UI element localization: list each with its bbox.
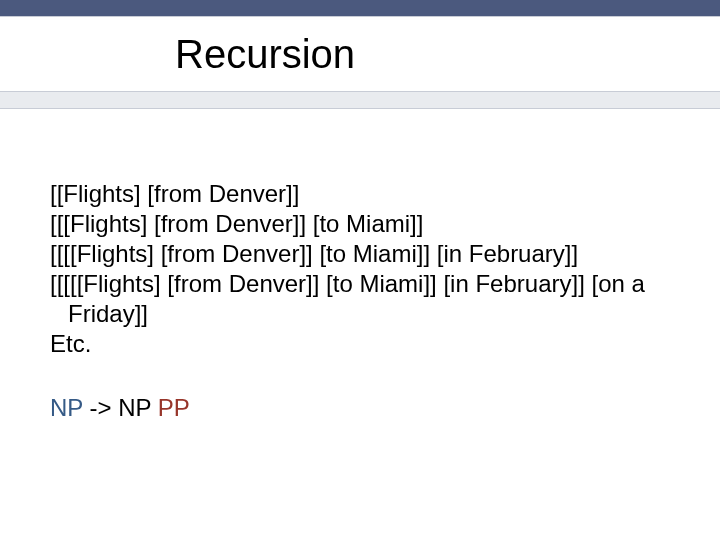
rule-rhs-pp: PP	[158, 394, 190, 421]
title-bar-top	[0, 0, 720, 17]
example-line: Etc.	[50, 329, 670, 359]
example-line: [[[Flights] [from Denver]] [to Miami]]	[50, 209, 670, 239]
example-line: [[[[Flights] [from Denver]] [to Miami]] …	[50, 239, 670, 269]
slide-content: [[Flights] [from Denver]] [[[Flights] [f…	[0, 109, 720, 423]
grammar-rule: NP -> NP PP	[50, 393, 670, 423]
rule-lhs: NP	[50, 394, 83, 421]
example-line: [[Flights] [from Denver]]	[50, 179, 670, 209]
example-line: [[[[[Flights] [from Denver]] [to Miami]]…	[50, 269, 670, 329]
title-bar-bottom	[0, 91, 720, 109]
rule-arrow: ->	[90, 394, 112, 421]
slide-title: Recursion	[0, 32, 355, 77]
rule-rhs-np: NP	[118, 394, 151, 421]
slide: Recursion [[Flights] [from Denver]] [[[F…	[0, 0, 720, 540]
title-area: Recursion	[0, 17, 720, 91]
